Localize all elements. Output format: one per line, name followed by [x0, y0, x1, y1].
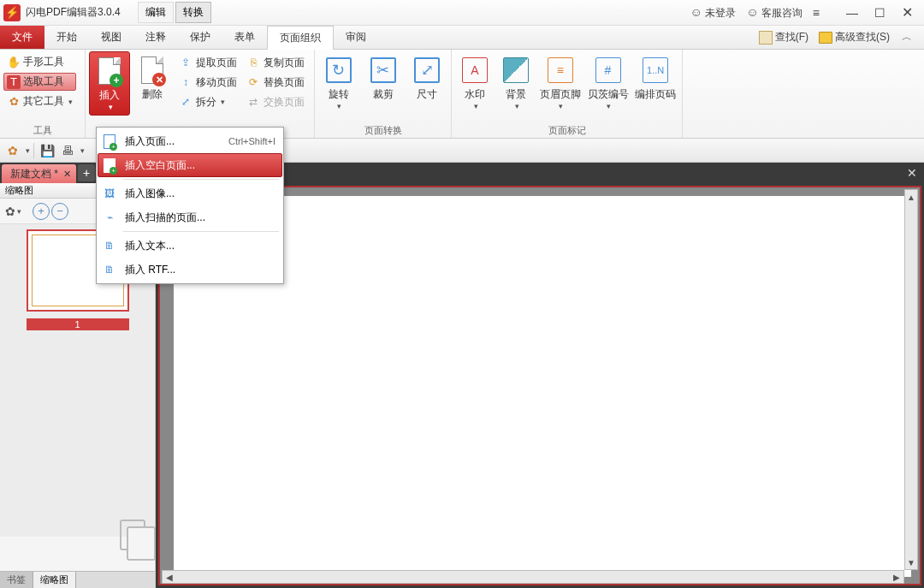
copy-page-button[interactable]: ⎘复制页面 — [242, 53, 308, 72]
insert-button[interactable]: + 插入 ▾ — [89, 51, 130, 116]
page-canvas[interactable] — [174, 196, 911, 577]
side-zoom-out-button[interactable]: − — [51, 203, 68, 220]
other-tools[interactable]: ✿其它工具▾ — [3, 92, 76, 110]
chevron-down-icon: ▾ — [337, 102, 341, 110]
menu-insert-text[interactable]: 🗎 插入文本... — [98, 234, 282, 258]
tab-review[interactable]: 审阅 — [334, 26, 378, 49]
side-zoom-in-button[interactable]: + — [33, 203, 50, 220]
menu-insert-blank[interactable]: + 插入空白页面... — [98, 153, 282, 177]
support-link[interactable]: ☺ 客服咨询 — [746, 5, 803, 21]
find-button[interactable]: 查找(F) — [759, 30, 808, 45]
gear-icon: ✿ — [7, 95, 21, 109]
page-plus-icon: + — [98, 57, 121, 85]
close-button[interactable]: ✕ — [893, 3, 921, 23]
swap-page-button[interactable]: ⇄交换页面 — [242, 92, 308, 111]
page-plus-icon: + — [104, 134, 116, 149]
mode-edit-button[interactable]: 编辑 — [138, 2, 174, 23]
menu-separator — [123, 231, 279, 232]
background-button[interactable]: 背景▾ — [496, 51, 536, 114]
numbering-icon: 1..N — [643, 57, 668, 83]
header-footer-button[interactable]: ≡ 页眉页脚▾ — [537, 51, 583, 114]
doc-tab-close-icon[interactable]: ✕ — [63, 169, 71, 180]
login-status[interactable]: ☺ 未登录 — [690, 5, 737, 21]
vertical-scrollbar[interactable]: ▲ ▼ — [904, 189, 918, 570]
hand-icon: ✋ — [7, 56, 21, 69]
qa-print-button[interactable]: 🖶 — [58, 141, 77, 160]
scroll-left-icon[interactable]: ◀ — [163, 571, 176, 583]
ribbon: ✋手形工具 T选取工具 ✿其它工具▾ 工具 + 插入 ▾ ✕ 删除 ⇪提取页面 … — [0, 50, 924, 139]
chevron-down-icon: ▾ — [474, 102, 478, 110]
menu-insert-scan[interactable]: ⌁ 插入扫描的页面... — [98, 205, 282, 229]
size-icon: ⤢ — [414, 57, 440, 83]
move-icon: ↕ — [178, 74, 193, 90]
tab-protect[interactable]: 保护 — [178, 26, 222, 49]
tab-file[interactable]: 文件 — [0, 26, 44, 49]
folder-find-icon — [819, 32, 832, 44]
qa-new-button[interactable]: ✿ — [3, 141, 22, 160]
chevron-down-icon[interactable]: ▾ — [26, 146, 30, 155]
side-gear-button[interactable]: ✿▾ — [3, 202, 22, 221]
extract-button[interactable]: ⇪提取页面 — [175, 53, 240, 72]
watermark-icon: A — [462, 57, 488, 83]
watermark-button[interactable]: A 水印▾ — [455, 51, 495, 114]
scroll-down-icon[interactable]: ▼ — [905, 555, 917, 569]
text-file-icon: 🗎 — [101, 237, 118, 254]
tab-pageorg[interactable]: 页面组织 — [267, 26, 334, 50]
adv-find-button[interactable]: 高级查找(S) — [819, 30, 890, 45]
app-title: 闪电PDF编辑器3.0.4 — [26, 5, 121, 20]
rotate-button[interactable]: ↻ 旋转▾ — [318, 51, 359, 114]
tab-view[interactable]: 视图 — [89, 26, 133, 49]
menu-insert-rtf[interactable]: 🗎 插入 RTF... — [98, 258, 282, 282]
maximize-button[interactable]: ☐ — [866, 3, 893, 23]
horizontal-scrollbar[interactable]: ◀ ▶ — [162, 570, 904, 584]
insert-dropdown-menu: + 插入页面... Ctrl+Shift+I + 插入空白页面... 🖼 插入图… — [96, 127, 284, 284]
chevron-down-icon: ▾ — [221, 98, 225, 106]
minimize-button[interactable]: — — [838, 3, 866, 23]
support-icon: ☺ — [746, 5, 758, 19]
move-button[interactable]: ↕移动页面 — [175, 73, 240, 92]
bates-button[interactable]: # 贝茨编号▾ — [585, 51, 631, 114]
tab-annotate[interactable]: 注释 — [133, 26, 178, 49]
scroll-up-icon[interactable]: ▲ — [905, 190, 917, 204]
numbering-button[interactable]: 1..N 编排页码 — [632, 51, 678, 105]
doc-bar-close-icon[interactable]: ✕ — [900, 166, 924, 180]
find-icon — [759, 31, 773, 45]
extract-icon: ⇪ — [178, 55, 193, 70]
blank-page-icon: + — [104, 158, 116, 173]
hamburger-icon[interactable]: ≡ — [813, 6, 820, 20]
menu-insert-image[interactable]: 🖼 插入图像... — [98, 181, 282, 205]
select-tool[interactable]: T选取工具 — [3, 73, 76, 91]
group-tools-label: 工具 — [3, 124, 81, 138]
doc-tab-add-button[interactable]: + — [78, 164, 95, 181]
tab-start[interactable]: 开始 — [44, 26, 89, 49]
app-icon: ⚡ — [3, 4, 21, 21]
tab-form[interactable]: 表单 — [222, 26, 267, 49]
hand-tool[interactable]: ✋手形工具 — [3, 53, 76, 71]
split-button[interactable]: ⤢拆分▾ — [175, 92, 240, 111]
menu-insert-page[interactable]: + 插入页面... Ctrl+Shift+I — [98, 129, 282, 153]
bates-icon: # — [595, 57, 621, 83]
sidebar-tab-thumbnail[interactable]: 缩略图 — [33, 572, 76, 588]
doc-tab[interactable]: 新建文档 * ✕ — [2, 164, 76, 183]
qa-save-button[interactable]: 💾 — [38, 141, 56, 160]
replace-page-button[interactable]: ⟳替换页面 — [242, 73, 308, 92]
crop-icon: ✂ — [370, 57, 396, 83]
chevron-down-icon: ▾ — [68, 98, 73, 106]
delete-button[interactable]: ✕ 删除 — [132, 51, 173, 105]
user-icon: ☺ — [690, 5, 702, 19]
size-button[interactable]: ⤢ 尺寸 — [406, 51, 447, 105]
crop-button[interactable]: ✂ 裁剪 — [363, 51, 404, 105]
group-page-convert-label: 页面转换 — [318, 124, 447, 138]
sidebar-tab-bookmark[interactable]: 书签 — [0, 572, 33, 588]
scroll-right-icon[interactable]: ▶ — [890, 571, 903, 583]
swap-icon: ⇄ — [246, 94, 261, 110]
collapse-ribbon-icon[interactable]: ︿ — [897, 30, 917, 45]
mode-convert-button[interactable]: 转换 — [175, 2, 211, 23]
select-icon: T — [7, 75, 21, 89]
chevron-down-icon[interactable]: ▾ — [80, 146, 85, 155]
rtf-file-icon: 🗎 — [101, 261, 118, 278]
group-page-mark-label: 页面标记 — [455, 124, 678, 138]
sidebar-tabs: 书签 缩略图 — [0, 571, 155, 588]
page-x-icon: ✕ — [141, 56, 163, 84]
menu-separator — [123, 179, 279, 180]
